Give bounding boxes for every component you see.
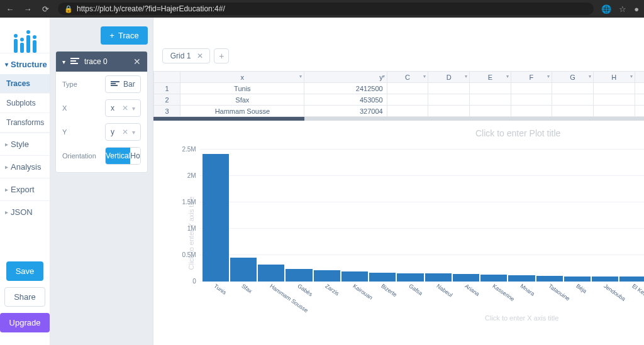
- plot-title-placeholder[interactable]: Click to enter Plot title: [153, 128, 644, 138]
- forward-icon[interactable]: →: [23, 4, 33, 14]
- column-header[interactable]: H▾: [593, 72, 635, 83]
- orientation-vertical[interactable]: Vertical: [106, 148, 130, 164]
- sidebar-analysis[interactable]: ▸Analysis: [0, 155, 50, 178]
- sidebar-structure[interactable]: ▾ Structure: [0, 53, 50, 74]
- table-row[interactable]: 3Hammam Sousse327004: [153, 106, 644, 117]
- type-select[interactable]: Bar: [105, 75, 141, 93]
- save-button[interactable]: Save: [6, 261, 44, 281]
- column-header[interactable]: I▾: [635, 72, 644, 83]
- bar-chart-icon: [111, 81, 119, 87]
- trace-accordion: ▾ trace 0 ✕ Type Bar X x ✕▾ Y: [55, 51, 148, 173]
- bar[interactable]: [369, 273, 396, 282]
- column-header[interactable]: x▾: [180, 72, 304, 83]
- chevron-down-icon: ▾: [132, 129, 135, 136]
- bar[interactable]: [619, 277, 644, 282]
- table-row[interactable]: 2Sfax453050: [153, 94, 644, 106]
- upgrade-button[interactable]: Upgrade: [0, 313, 50, 332]
- x-tick: Béja: [565, 282, 592, 312]
- tab-grid1[interactable]: Grid 1 ✕: [162, 48, 211, 63]
- bars-icon: [70, 57, 79, 66]
- sidebar-structure-label: Structure: [11, 60, 47, 69]
- chevron-down-icon: ▾: [62, 58, 65, 65]
- bar[interactable]: [341, 271, 368, 282]
- plotly-logo: [0, 18, 50, 53]
- profile-icon[interactable]: ●: [634, 4, 639, 14]
- add-tab-button[interactable]: +: [214, 48, 229, 63]
- table-row[interactable]: 1Tunis2412500: [153, 83, 644, 94]
- bar[interactable]: [453, 274, 479, 282]
- add-trace-button[interactable]: + Trace: [101, 26, 147, 45]
- url-text: https://plot.ly/create/?fid=HajerEducati…: [77, 4, 225, 13]
- bar[interactable]: [592, 277, 618, 282]
- clear-icon[interactable]: ✕: [122, 104, 128, 112]
- star-icon[interactable]: ☆: [619, 4, 626, 14]
- column-header[interactable]: G▾: [552, 72, 594, 83]
- x-tick: Kairouan: [341, 282, 369, 312]
- column-header[interactable]: D▾: [428, 72, 470, 83]
- translate-icon[interactable]: 🌐: [601, 4, 611, 14]
- trace-header[interactable]: ▾ trace 0 ✕: [56, 52, 147, 72]
- chevron-right-icon: ▸: [5, 163, 8, 170]
- x-tick: El Kef: [621, 282, 644, 312]
- x-tick: Tataouine: [537, 282, 565, 312]
- x-tick: Sfax: [230, 282, 258, 312]
- svg-rect-2: [70, 63, 78, 64]
- editor-panel: + Trace ▾ trace 0 ✕ Type Bar X: [50, 18, 153, 345]
- sidebar-style[interactable]: ▸Style: [0, 133, 50, 155]
- x-tick: Jendouba: [592, 282, 620, 312]
- orientation-label: Orientation: [62, 152, 100, 160]
- svg-rect-0: [70, 58, 79, 59]
- x-tick: Nabeul: [425, 282, 453, 312]
- sidebar-export[interactable]: ▸Export: [0, 178, 50, 200]
- type-label: Type: [62, 80, 100, 88]
- bar[interactable]: [508, 275, 535, 282]
- sidebar-item-transforms[interactable]: Transforms: [0, 113, 50, 133]
- lock-icon: 🔒: [64, 5, 73, 13]
- canvas: ⇪ Import HajerEdu Grid 1 ✕ + x▾y▾C▾D▾E▾F…: [153, 18, 644, 345]
- column-header[interactable]: E▾: [469, 72, 511, 83]
- sidebar-item-traces[interactable]: Traces: [0, 74, 50, 94]
- x-tick: Zarzis: [314, 282, 341, 312]
- x-tick: Gafsa: [397, 282, 425, 312]
- url-bar[interactable]: 🔒 https://plot.ly/create/?fid=HajerEduca…: [58, 3, 594, 15]
- x-select[interactable]: x ✕▾: [105, 99, 141, 117]
- share-button[interactable]: Share: [4, 287, 45, 307]
- chevron-down-icon: ▾: [132, 105, 135, 112]
- chevron-right-icon: ▸: [5, 186, 8, 193]
- close-icon[interactable]: ✕: [197, 52, 203, 60]
- bar[interactable]: [480, 275, 507, 282]
- spreadsheet[interactable]: x▾y▾C▾D▾E▾F▾G▾H▾I▾J▾K▾L▾M▾N▾1Tunis241250…: [153, 71, 644, 121]
- orientation-toggle: Vertical Horizontal: [105, 147, 141, 165]
- trace-name: trace 0: [84, 57, 108, 66]
- bar[interactable]: [286, 269, 312, 282]
- sidebar-item-subplots[interactable]: Subplots: [0, 94, 50, 113]
- column-header[interactable]: y▾: [304, 72, 387, 83]
- bar[interactable]: [536, 276, 563, 282]
- bar[interactable]: [258, 265, 284, 282]
- x-tick: Kasserine: [481, 282, 509, 312]
- bar[interactable]: [314, 270, 340, 282]
- orientation-horizontal[interactable]: Horizontal: [130, 148, 140, 164]
- reload-icon[interactable]: ⟳: [40, 4, 50, 14]
- column-header[interactable]: F▾: [511, 72, 552, 83]
- bar[interactable]: [230, 258, 257, 282]
- x-tick: Gabès: [286, 282, 314, 312]
- bar[interactable]: [425, 273, 452, 282]
- bar[interactable]: [203, 154, 229, 282]
- y-axis-title-placeholder[interactable]: Click to enter Y axis title: [187, 196, 195, 270]
- x-axis-title-placeholder[interactable]: Click to enter X axis title: [172, 312, 644, 323]
- bar[interactable]: [397, 273, 423, 282]
- y-select[interactable]: y ✕▾: [105, 123, 141, 141]
- close-icon[interactable]: ✕: [133, 57, 141, 67]
- browser-chrome: ← → ⟳ 🔒 https://plot.ly/create/?fid=Haje…: [0, 0, 644, 18]
- chevron-right-icon: ▸: [5, 141, 8, 148]
- chart[interactable]: Click to enter Plot title Click to enter…: [153, 121, 644, 345]
- back-icon[interactable]: ←: [5, 4, 15, 14]
- column-header[interactable]: C▾: [387, 72, 428, 83]
- x-tick: Ariana: [453, 282, 481, 312]
- clear-icon[interactable]: ✕: [122, 128, 128, 136]
- sidebar-json[interactable]: ▸JSON: [0, 200, 50, 223]
- x-tick: Tunis: [203, 282, 230, 312]
- svg-rect-1: [70, 60, 76, 62]
- bar[interactable]: [564, 277, 591, 282]
